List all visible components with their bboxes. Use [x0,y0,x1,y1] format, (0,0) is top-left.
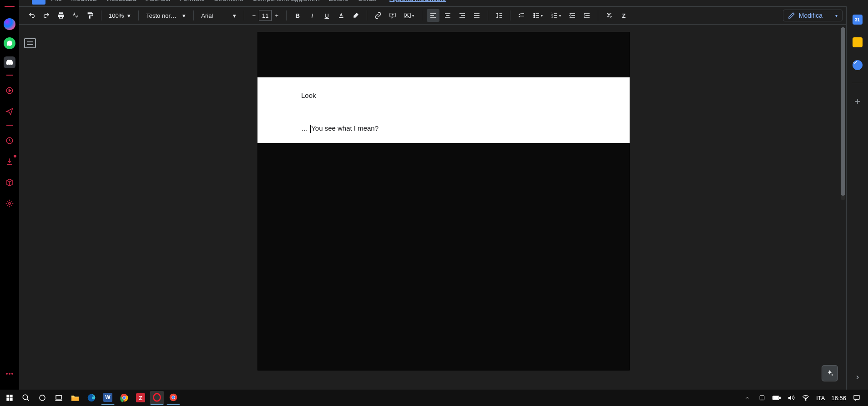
svg-point-27 [123,396,126,399]
separator [244,10,244,20]
font-value: Arial [201,12,213,19]
zotero-taskbar-icon[interactable]: Z [134,391,147,405]
bulleted-list-button[interactable]: ▾ [530,9,546,22]
svg-point-36 [805,400,806,401]
svg-point-2 [9,203,11,205]
menu-edit[interactable]: Modifica [71,0,96,2]
explore-button[interactable] [822,365,838,381]
page-top-margin[interactable] [257,32,630,77]
page-content[interactable]: Look … You see what I mean? [257,77,630,143]
undo-button[interactable] [25,9,38,22]
scrollbar-thumb[interactable] [841,27,845,196]
tasks-icon[interactable] [853,60,863,70]
dock-play-icon[interactable] [3,84,16,97]
doc-line-1[interactable]: Look [301,90,586,101]
dock-whatsapp-icon[interactable] [4,37,15,49]
italic-button[interactable]: I [306,9,318,22]
checklist-button[interactable] [515,9,528,22]
edge-icon[interactable] [85,391,98,405]
paragraph-style-dropdown[interactable]: Testo norm... ▾ [143,9,189,22]
keep-icon[interactable] [853,37,863,47]
menu-addons[interactable]: Componenti aggiuntivi [252,0,319,2]
cortana-button[interactable] [35,391,49,405]
opera-taskbar-icon[interactable] [150,391,164,405]
editing-mode-dropdown[interactable]: Modifica ▾ [783,10,843,21]
style-value: Testo norm... [146,12,179,19]
align-right-button[interactable] [456,9,469,22]
menu-zotero[interactable]: Zotero [329,0,348,2]
docs-logo-icon[interactable] [32,0,45,5]
chrome-icon[interactable] [117,391,131,405]
calendar-day: 31 [855,17,860,22]
dock-settings-icon[interactable] [3,197,16,210]
dock-send-icon[interactable] [3,105,16,118]
file-explorer-icon[interactable] [68,391,82,405]
dock-opera-badge[interactable] [3,0,16,11]
menu-tools[interactable]: Strumenti [214,0,243,2]
insert-image-button[interactable]: ▾ [401,9,417,22]
svg-point-5 [11,373,13,375]
menu-format[interactable]: Formato [179,0,205,2]
font-dropdown[interactable]: Arial ▾ [198,9,239,22]
doc-line-2[interactable]: … You see what I mean? [301,123,586,134]
add-addon-button[interactable]: ＋ [853,96,863,106]
tray-wifi-icon[interactable] [802,394,810,402]
chrome-taskbar-icon-2[interactable] [167,391,180,405]
tray-volume-icon[interactable] [787,394,795,402]
dock-download-icon[interactable] [3,155,16,168]
menu-view[interactable]: Visualizza [106,0,136,2]
page-bottom-area[interactable] [257,143,630,370]
clear-formatting-button[interactable] [603,9,616,22]
dock-history-icon[interactable] [3,134,16,147]
dock-discord-icon[interactable] [4,56,15,68]
chevron-down-icon: ▾ [126,13,131,18]
dock-messenger-icon[interactable] [4,18,15,30]
numbered-list-button[interactable]: 123 ▾ [548,9,564,22]
redo-button[interactable] [40,9,53,22]
document-scroll[interactable]: Look … You see what I mean? [41,25,846,390]
start-button[interactable] [3,391,16,405]
insert-comment-button[interactable] [386,9,399,22]
spellcheck-button[interactable] [69,9,82,22]
text-color-button[interactable] [335,9,348,22]
tray-notifications-icon[interactable] [853,394,861,402]
menu-help[interactable]: Guida [358,0,376,2]
search-button[interactable] [19,391,33,405]
scrollbar-track[interactable] [841,27,845,200]
underline-button[interactable]: U [320,9,333,22]
tray-language[interactable]: ITA [816,395,825,401]
dock-cube-icon[interactable] [3,176,16,189]
align-justify-button[interactable] [470,9,483,22]
paint-format-button[interactable] [84,9,96,22]
task-view-button[interactable] [52,391,66,405]
calendar-icon[interactable]: 31 [853,15,863,25]
dock-more-icon[interactable] [3,367,16,381]
font-size-increase[interactable]: + [272,9,282,22]
align-left-button[interactable] [427,9,439,22]
font-size-input[interactable] [259,10,272,21]
insert-link-button[interactable] [372,9,384,22]
increase-indent-button[interactable] [580,9,593,22]
last-edit-link[interactable]: Appena modificato [389,0,446,2]
outline-toggle-icon[interactable] [24,38,36,48]
tray-focus-icon[interactable] [758,394,766,402]
tray-chevron-icon[interactable] [743,394,752,402]
decrease-indent-button[interactable] [566,9,579,22]
font-size-decrease[interactable]: − [249,9,259,22]
align-center-button[interactable] [441,9,454,22]
print-button[interactable] [55,9,67,22]
separator [101,10,101,20]
svg-rect-6 [339,17,343,18]
line-spacing-button[interactable] [493,9,505,22]
bold-button[interactable]: B [291,9,304,22]
tray-battery-icon[interactable] [772,394,781,402]
word-icon[interactable]: W [101,391,115,405]
zoom-dropdown[interactable]: 100% ▾ [106,9,134,22]
menu-insert[interactable]: Inserisci [145,0,170,2]
hide-sidepanel-button[interactable] [854,374,861,381]
menu-file[interactable]: File [51,0,62,2]
tray-clock[interactable]: 16:56 [831,395,846,401]
chevron-down-icon: ▾ [182,13,187,18]
highlight-button[interactable] [349,9,362,22]
zotero-button[interactable]: Z [617,9,630,22]
